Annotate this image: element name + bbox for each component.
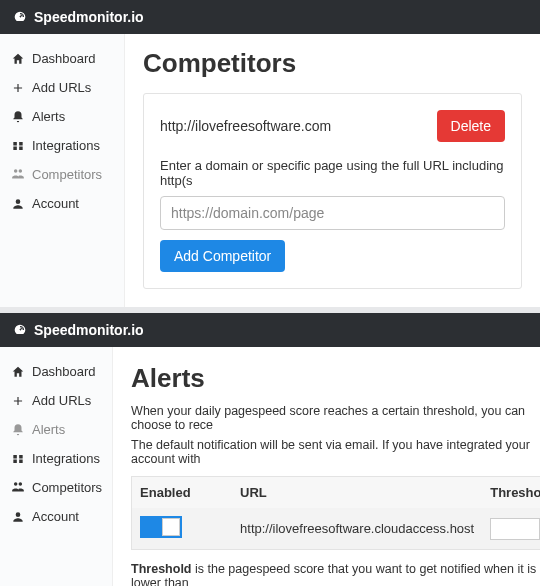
sidebar-item-label: Add URLs bbox=[32, 80, 91, 95]
sidebar-item-label: Add URLs bbox=[32, 393, 91, 408]
sidebar-item-add-urls[interactable]: Add URLs bbox=[0, 386, 112, 415]
sidebar-item-account[interactable]: Account bbox=[0, 502, 112, 531]
sidebar-item-competitors[interactable]: Competitors bbox=[0, 473, 112, 502]
sidebar-item-dashboard[interactable]: Dashboard bbox=[0, 44, 124, 73]
col-url: URL bbox=[232, 477, 482, 508]
sidebar-item-label: Integrations bbox=[32, 451, 100, 466]
sidebar-item-label: Competitors bbox=[32, 480, 102, 495]
plus-icon bbox=[10, 81, 26, 95]
sidebar: Dashboard Add URLs Alerts Integrations C… bbox=[0, 34, 125, 307]
bell-icon bbox=[10, 423, 26, 437]
col-threshold: Threshold bbox=[482, 477, 540, 508]
competitors-card: http://ilovefreesoftware.com Delete Ente… bbox=[143, 93, 522, 289]
table-header: Enabled URL Threshold bbox=[132, 477, 540, 508]
sidebar-item-label: Integrations bbox=[32, 138, 100, 153]
page-title: Competitors bbox=[143, 48, 522, 79]
sidebar-item-alerts[interactable]: Alerts bbox=[0, 415, 112, 444]
sidebar-item-account[interactable]: Account bbox=[0, 189, 124, 218]
user-icon bbox=[10, 197, 26, 211]
integrations-icon bbox=[10, 452, 26, 466]
competitors-icon bbox=[10, 168, 26, 182]
page-title: Alerts bbox=[131, 363, 540, 394]
row-url: http://ilovefreesoftware.cloudaccess.hos… bbox=[232, 513, 482, 544]
sidebar-item-label: Competitors bbox=[32, 167, 102, 182]
alerts-desc-2: The default notification will be sent vi… bbox=[131, 438, 540, 466]
plus-icon bbox=[10, 394, 26, 408]
sidebar-item-integrations[interactable]: Integrations bbox=[0, 131, 124, 160]
sidebar-item-label: Dashboard bbox=[32, 51, 96, 66]
user-icon bbox=[10, 510, 26, 524]
sidebar-item-label: Account bbox=[32, 509, 79, 524]
helper-text: Enter a domain or specific page using th… bbox=[160, 158, 505, 188]
sidebar-item-alerts[interactable]: Alerts bbox=[0, 102, 124, 131]
table-row: http://ilovefreesoftware.cloudaccess.hos… bbox=[132, 508, 540, 549]
alerts-table: Enabled URL Threshold http://ilovefreeso… bbox=[131, 476, 540, 550]
home-icon bbox=[10, 52, 26, 66]
add-competitor-button[interactable]: Add Competitor bbox=[160, 240, 285, 272]
threshold-note-bold: Threshold bbox=[131, 562, 191, 576]
threshold-input[interactable] bbox=[490, 518, 540, 540]
domain-input[interactable] bbox=[160, 196, 505, 230]
sidebar-item-competitors[interactable]: Competitors bbox=[0, 160, 124, 189]
brand: Speedmonitor.io bbox=[12, 9, 144, 25]
competitor-row: http://ilovefreesoftware.com Delete bbox=[160, 110, 505, 142]
enabled-toggle[interactable] bbox=[140, 516, 182, 538]
home-icon bbox=[10, 365, 26, 379]
competitors-icon bbox=[10, 481, 26, 495]
competitor-url: http://ilovefreesoftware.com bbox=[160, 118, 331, 134]
sidebar-item-add-urls[interactable]: Add URLs bbox=[0, 73, 124, 102]
topbar: Speedmonitor.io bbox=[0, 313, 540, 347]
main-alerts: Alerts When your daily pagespeed score r… bbox=[113, 347, 540, 586]
brand-text: Speedmonitor.io bbox=[34, 322, 144, 338]
sidebar-item-label: Account bbox=[32, 196, 79, 211]
sidebar-item-label: Dashboard bbox=[32, 364, 96, 379]
sidebar-item-label: Alerts bbox=[32, 422, 65, 437]
sidebar-item-label: Alerts bbox=[32, 109, 65, 124]
col-enabled: Enabled bbox=[132, 477, 232, 508]
topbar: Speedmonitor.io bbox=[0, 0, 540, 34]
brand: Speedmonitor.io bbox=[12, 322, 144, 338]
brand-text: Speedmonitor.io bbox=[34, 9, 144, 25]
threshold-note: Threshold is the pagespeed score that yo… bbox=[131, 562, 540, 586]
sidebar-item-dashboard[interactable]: Dashboard bbox=[0, 357, 112, 386]
bell-icon bbox=[10, 110, 26, 124]
gauge-icon bbox=[12, 9, 28, 25]
gauge-icon bbox=[12, 322, 28, 338]
sidebar-item-integrations[interactable]: Integrations bbox=[0, 444, 112, 473]
main-competitors: Competitors http://ilovefreesoftware.com… bbox=[125, 34, 540, 307]
sidebar: Dashboard Add URLs Alerts Integrations C… bbox=[0, 347, 113, 586]
integrations-icon bbox=[10, 139, 26, 153]
alerts-desc-1: When your daily pagespeed score reaches … bbox=[131, 404, 540, 432]
threshold-note-rest: is the pagespeed score that you want to … bbox=[131, 562, 536, 586]
delete-button[interactable]: Delete bbox=[437, 110, 505, 142]
